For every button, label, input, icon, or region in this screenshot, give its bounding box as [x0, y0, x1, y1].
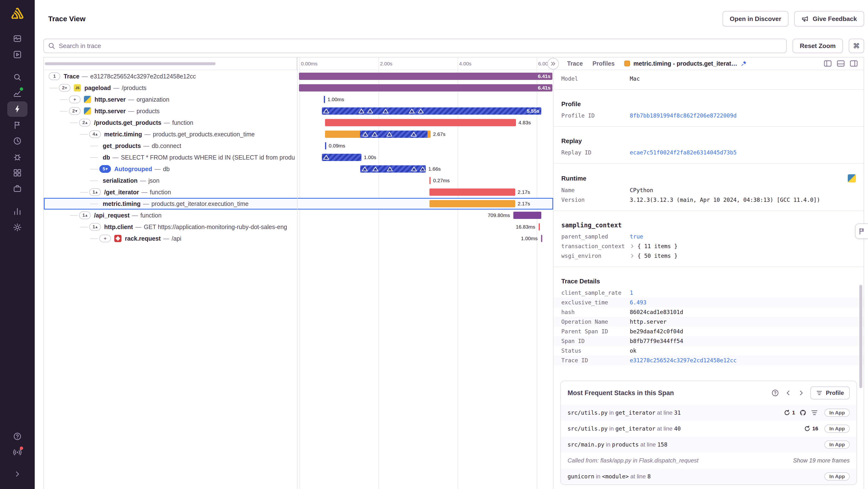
trace-row[interactable]: 2▾http.server—products5.55s — [44, 105, 553, 117]
performance-issue-icon[interactable] — [409, 109, 415, 113]
span-duration-bar[interactable] — [325, 131, 431, 138]
sidebar-item-dashboards[interactable] — [7, 165, 28, 180]
kv-value[interactable]: ecae7c51f0024f2fa82e6314045d73b5 — [630, 149, 737, 156]
span-duration-bar[interactable] — [429, 189, 515, 196]
performance-issue-icon[interactable] — [367, 109, 373, 113]
prev-stack-icon[interactable] — [784, 389, 792, 397]
span-duration-bar[interactable] — [325, 119, 516, 126]
layout-bottom-icon[interactable] — [837, 60, 845, 67]
span-duration-bar[interactable]: 5.55s — [322, 107, 541, 115]
sidebar-item-performance[interactable] — [7, 102, 28, 117]
performance-issue-icon[interactable] — [362, 132, 368, 137]
kv-value[interactable]: 8fb7bb1891994f8c862f206e8722009d — [630, 113, 737, 119]
trace-row[interactable]: metric.timing—products.get_iterator.exec… — [44, 198, 553, 209]
performance-issue-icon[interactable] — [418, 109, 424, 113]
performance-issue-icon[interactable] — [387, 167, 393, 171]
performance-issue-icon[interactable] — [411, 167, 417, 171]
span-children-badge[interactable]: 5▾ — [99, 165, 111, 173]
span-duration-bar[interactable] — [541, 235, 542, 242]
detail-tab[interactable]: metric.timing - products.get_iterat… — [624, 60, 747, 67]
trace-row[interactable]: 2+JSpageload—/products6.41s — [44, 82, 553, 94]
shortcut-button[interactable]: ⌘ — [849, 39, 864, 53]
stack-frame-row[interactable]: gunicorn in <module> at line 8In App — [561, 468, 857, 484]
trace-row[interactable]: 4▴metric.timing—products.get_products.ex… — [44, 128, 553, 140]
sidebar-item-expand[interactable] — [7, 466, 28, 482]
info-icon[interactable] — [771, 389, 779, 397]
sidebar-item-projects[interactable] — [7, 47, 28, 62]
span-children-badge[interactable]: 1 — [49, 73, 60, 80]
span-children-badge[interactable]: 4▴ — [89, 130, 101, 138]
detail-tab[interactable]: Profiles — [592, 60, 615, 67]
stack-frame-row[interactable]: src/utils.py in get_iterator at line 401… — [561, 421, 857, 437]
kv-value[interactable]: e31278c256524c3297e2cd12458e12cc — [630, 357, 737, 364]
performance-issue-icon[interactable] — [323, 109, 329, 113]
layout-left-icon[interactable] — [824, 60, 832, 67]
open-in-discover-button[interactable]: Open in Discover — [723, 11, 789, 27]
sidebar-item-help[interactable] — [7, 429, 28, 444]
github-icon[interactable] — [799, 409, 807, 416]
span-children-badge[interactable]: 1▴ — [89, 223, 101, 231]
trace-row[interactable]: 1▴/api_request—function709.80ms — [44, 209, 553, 221]
sidebar-item-stats[interactable] — [7, 85, 28, 101]
performance-issue-icon[interactable] — [372, 132, 378, 137]
reset-zoom-button[interactable]: Reset Zoom — [793, 39, 843, 53]
stack-frame-row[interactable]: src/main.py in products at line 158In Ap… — [561, 437, 857, 453]
sidebar-item-integrations[interactable] — [7, 181, 28, 197]
stack-frame-row[interactable]: src/utils.py in get_iterator at line 311… — [561, 405, 857, 421]
performance-issue-icon[interactable] — [362, 167, 368, 171]
sidebar-item-replays[interactable] — [7, 133, 28, 149]
performance-issue-icon[interactable] — [411, 132, 416, 137]
next-stack-icon[interactable] — [797, 389, 805, 397]
sidebar-item-monitors[interactable] — [7, 149, 28, 165]
span-children-badge[interactable]: 2+ — [59, 84, 70, 92]
collapse-panel-button[interactable] — [547, 58, 559, 69]
feedback-tab-button[interactable] — [855, 224, 868, 239]
search-input[interactable] — [43, 39, 787, 53]
sidebar-item-broadcast[interactable] — [7, 444, 28, 460]
span-duration-bar[interactable]: 6.41s — [299, 84, 552, 91]
performance-issue-icon[interactable] — [323, 155, 329, 160]
trace-row[interactable]: 1Trace—e31278c256524c3297e2cd12458e12cc6… — [44, 70, 553, 82]
span-duration-bar[interactable] — [325, 142, 326, 149]
span-duration-bar[interactable] — [322, 154, 362, 161]
sentry-logo[interactable] — [9, 6, 26, 22]
trace-row[interactable]: serialization—json0.27ms — [44, 175, 553, 186]
sidebar-item-issues[interactable] — [7, 31, 28, 46]
sidebar-item-settings[interactable] — [7, 220, 28, 235]
span-duration-bar[interactable]: 6.41s — [299, 73, 552, 80]
layout-right-icon[interactable] — [850, 60, 858, 67]
trace-row[interactable]: get_products—db.connect0.09ms — [44, 140, 553, 151]
pin-icon[interactable] — [741, 60, 747, 67]
span-duration-bar[interactable] — [539, 223, 540, 230]
performance-issue-icon[interactable] — [386, 132, 392, 137]
profile-button[interactable]: Profile — [810, 386, 850, 399]
trace-row[interactable]: 5▾Autogrouped—db1.66s — [44, 163, 553, 175]
span-duration-bar[interactable] — [324, 96, 325, 103]
span-duration-bar[interactable] — [360, 165, 426, 173]
expand-chevron-icon[interactable] — [630, 244, 634, 249]
sidebar-item-insights[interactable] — [7, 204, 28, 219]
trace-row[interactable]: +rack.request—/api1.00ms — [44, 233, 553, 244]
give-feedback-button[interactable]: Give Feedback — [794, 11, 864, 27]
sidebar-item-search[interactable] — [7, 69, 28, 85]
trace-row[interactable]: db—SELECT * FROM products WHERE id IN (S… — [44, 151, 553, 163]
sidebar-item-releases[interactable] — [7, 117, 28, 133]
span-children-badge[interactable]: + — [69, 95, 81, 103]
span-children-badge[interactable]: 2▴ — [79, 119, 91, 126]
horizontal-scrollbar[interactable] — [45, 62, 216, 65]
trace-row[interactable]: 1▴/get_iterator—function2.17s — [44, 186, 553, 198]
profiling-icon[interactable] — [811, 409, 818, 416]
performance-issue-icon[interactable] — [359, 109, 364, 113]
span-children-badge[interactable]: 2▾ — [69, 107, 81, 115]
span-duration-bar[interactable] — [429, 200, 515, 207]
expand-chevron-icon[interactable] — [630, 253, 634, 258]
performance-issue-icon[interactable] — [383, 109, 389, 113]
span-duration-bar[interactable] — [513, 212, 541, 219]
trace-row[interactable]: 1▴http.client—GET https://application-mo… — [44, 221, 553, 233]
tree-timeline-divider[interactable] — [297, 57, 298, 489]
span-children-badge[interactable]: 1▴ — [89, 188, 101, 196]
trace-row[interactable]: +http.server—organization1.00ms — [44, 94, 553, 105]
detail-tab[interactable]: Trace — [567, 60, 583, 67]
vertical-scrollbar[interactable] — [859, 285, 862, 388]
trace-row[interactable]: 2▴/products.get_products—function4.83s — [44, 117, 553, 128]
